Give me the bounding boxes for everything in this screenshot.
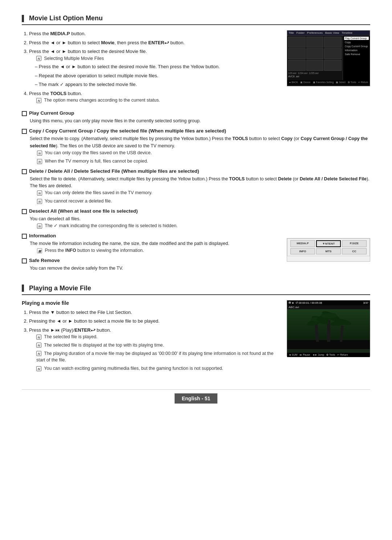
video-content — [287, 309, 370, 349]
svg-point-10 — [321, 313, 337, 318]
steps-list: Press the MEDIA.P button. Press the ◄ or… — [22, 30, 279, 104]
step-3: Press the ◄ or ► button to select the de… — [29, 48, 279, 88]
player-top-bar: ⛃ ► ↺ 00:00:01 / 00:05:38 3/37 — [287, 300, 370, 305]
play-current-group-section: Play Current Group Using this menu, you … — [22, 110, 370, 124]
copy-header: Copy / Copy Current Group / Copy the sel… — [22, 128, 370, 134]
note-icon-play1: N — [36, 335, 41, 340]
tv-menu-bar: Title Folder Preferences Basic View Time… — [287, 30, 370, 36]
player-bottom-bar: ◄ SUM⏯ Pause◄► Jump✿ Tools↩ Return — [287, 353, 370, 357]
tv-screen-mockup: Title Folder Preferences Basic View Time… — [287, 30, 370, 86]
sub-item-2: Repeat the above operation to select mul… — [35, 72, 279, 79]
play-note3: N The playing duration of a movie file m… — [36, 350, 279, 364]
info-body: The movie file information including the… — [30, 240, 279, 254]
sub-list: Press the ◄ or ► button to select the de… — [29, 63, 279, 88]
player-screen: ⛃ ► ↺ 00:00:01 / 00:05:38 3/37 ABC.avi — [287, 300, 370, 356]
checkbox-icon-play — [22, 111, 27, 116]
deselect-section: Deselect All (When at least one file is … — [22, 208, 370, 229]
information-section: Information The movie file information i… — [22, 233, 279, 254]
play-step-3: Press the ►⏮ (Play)/ENTER⮐ button. N The… — [29, 327, 279, 372]
playing-subtitle: Playing a movie file — [22, 300, 279, 306]
title-bar — [22, 15, 24, 22]
info-button-panel: MEDIA.P ▼NTENT P.SIZE INFO MTS CC — [287, 238, 370, 262]
sub-item-1: Press the ◄ or ► button to select the de… — [35, 63, 279, 70]
section1: Movie List Option Menu Press the MEDIA.P… — [22, 15, 370, 276]
btn-ntent: ▼NTENT — [316, 240, 341, 247]
btn-info: INFO — [290, 248, 315, 254]
note-icon-delete1: N — [37, 191, 42, 196]
title-bar2 — [22, 285, 24, 292]
deselect-note: N The ✓ mark indicating the correspondin… — [37, 222, 370, 229]
info-header: Information — [22, 233, 279, 239]
player-video — [287, 309, 370, 353]
note-icon-info: ▣ — [37, 248, 42, 253]
copy-note2: N When the TV memory is full, files cann… — [37, 158, 370, 165]
copy-note1: N You can only copy the files saved on t… — [37, 150, 370, 156]
info-note: ▣ Press the INFO button to viewing the i… — [37, 247, 279, 254]
sub-item-3: The mark ✓ appears to the selected movie… — [35, 81, 279, 88]
play-step-1: Press the ▼ button to select the File Li… — [29, 309, 279, 316]
note-icon-selecting: N — [36, 56, 41, 61]
safe-remove-header: Safe Remove — [22, 258, 279, 263]
btn-mts: MTS — [316, 248, 341, 254]
info-panel-grid: MEDIA.P ▼NTENT P.SIZE INFO MTS CC — [287, 238, 370, 256]
btn-psize: P.SIZE — [342, 240, 367, 247]
page-footer: English - 51 — [22, 389, 370, 404]
play-note2: N The selected file is displayed at the … — [36, 342, 279, 349]
checkbox-icon-copy — [22, 129, 27, 134]
section1-title: Movie List Option Menu — [22, 15, 370, 25]
deselect-header: Deselect All (When at least one file is … — [22, 208, 370, 214]
note-icon-deselect: N — [37, 224, 42, 229]
copy-body: Select the movie to copy. (Alternatively… — [30, 135, 370, 164]
delete-body: Select the file to delete. (Alternativel… — [30, 176, 370, 205]
deselect-body: You can deselect all files. N The ✓ mark… — [30, 216, 370, 229]
note-icon-delete2: N — [37, 199, 42, 204]
section1-right: Title Folder Preferences Basic View Time… — [287, 30, 370, 107]
note-icon-play3: N — [36, 351, 41, 356]
play-note1: N The selected file is played. — [36, 334, 279, 340]
note-icon-copy1: N — [37, 151, 42, 156]
play-note4: N You can watch exciting gaming multimed… — [36, 365, 279, 372]
section2-title: Playing a Movie File — [22, 285, 370, 295]
note-selecting: N Selecting Multiple Movie Files — [36, 55, 279, 62]
play-step-2: Pressing the ◄ or ► button to select a m… — [29, 318, 279, 325]
checkbox-icon-delete — [22, 169, 27, 174]
playing-right: ⛃ ► ↺ 00:00:01 / 00:05:38 3/37 ABC.avi — [287, 300, 370, 375]
playing-steps: Press the ▼ button to select the File Li… — [22, 309, 279, 372]
note-icon-tools: N — [36, 98, 41, 103]
player-filename: ABC.avi — [287, 305, 370, 309]
footer-badge: English - 51 — [175, 393, 218, 404]
checkbox-icon-safe — [22, 258, 27, 263]
playing-left: Playing a movie file Press the ▼ button … — [22, 300, 279, 375]
section2: Playing a Movie File Playing a movie fil… — [22, 285, 370, 375]
btn-mediap: MEDIA.P — [290, 240, 315, 247]
step-4: Press the TOOLS button. N The option men… — [29, 90, 279, 104]
note-icon-play4: N — [36, 366, 41, 371]
btn-cc: CC — [342, 248, 367, 254]
note-icon-play2: N — [36, 343, 41, 348]
delete-note2: N You cannot recover a deleted file. — [37, 198, 370, 205]
play-current-group-body: Using this menu, you can only play movie… — [30, 118, 370, 124]
note-icon-copy2: N — [37, 159, 42, 164]
safe-remove-section: Safe Remove You can remove the device sa… — [22, 258, 279, 272]
copy-section: Copy / Copy Current Group / Copy the sel… — [22, 128, 370, 164]
delete-section: Delete / Delete All / Delete Selected Fi… — [22, 168, 370, 205]
play-current-group-header: Play Current Group — [22, 110, 370, 116]
checkbox-icon-info — [22, 234, 27, 239]
note-tools: N The option menu changes according to t… — [36, 97, 279, 104]
checkbox-icon-deselect — [22, 209, 27, 214]
delete-note1: N You can only delete the files saved in… — [37, 189, 370, 196]
safe-remove-body: You can remove the device safely from th… — [30, 265, 279, 272]
step-2: Press the ◄ or ► button to select Movie,… — [29, 39, 279, 46]
delete-header: Delete / Delete All / Delete Selected Fi… — [22, 168, 370, 174]
section1-left: Press the MEDIA.P button. Press the ◄ or… — [22, 30, 279, 107]
step-1: Press the MEDIA.P button. — [29, 30, 279, 37]
